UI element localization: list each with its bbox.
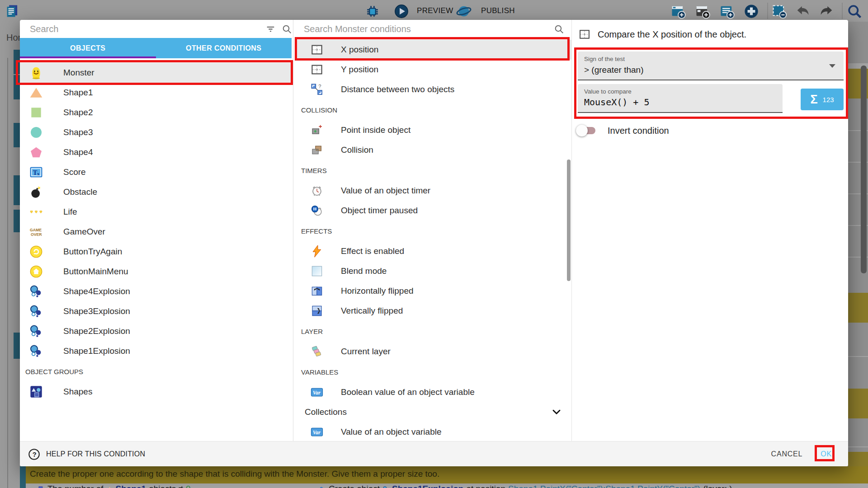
object-row[interactable]: Obstacle <box>20 182 292 202</box>
condition-list-scrollbar[interactable] <box>567 160 571 281</box>
home-tab: Home <box>6 33 20 43</box>
object-row[interactable]: GAMEOVER GameOver <box>20 222 292 242</box>
undo-icon[interactable] <box>795 3 811 19</box>
publish-button[interactable]: PUBLISH <box>481 6 515 15</box>
add-subevent-icon[interactable] <box>694 3 711 19</box>
event-block <box>14 175 20 205</box>
object-row[interactable]: OBJECT GROUPS <box>20 361 292 382</box>
invert-condition-toggle[interactable] <box>577 127 595 134</box>
count-icon <box>38 486 45 488</box>
add-event-icon[interactable] <box>670 3 686 19</box>
condition-row[interactable]: Collections <box>297 402 571 422</box>
project-manager-icon[interactable] <box>5 3 21 19</box>
value-to-compare-input[interactable] <box>584 97 774 108</box>
svg-text:?: ? <box>33 450 37 458</box>
x-position-icon <box>578 28 591 41</box>
event-block <box>14 75 20 99</box>
timer-paused-icon <box>310 204 324 217</box>
add-comment-icon[interactable] <box>719 3 735 19</box>
object-row[interactable]: Shape1Explosion <box>20 341 292 361</box>
create-object-icon <box>319 486 326 488</box>
svg-text:OVER: OVER <box>31 232 42 237</box>
condition-row[interactable]: EFFECTS <box>297 221 571 241</box>
debug-icon[interactable] <box>364 3 381 19</box>
sign-of-test-select[interactable]: Sign of the test > (greater than) <box>578 52 844 80</box>
cancel-button[interactable]: CANCEL <box>771 450 803 458</box>
condition-row[interactable]: Effect is enabled <box>297 241 571 261</box>
object-row[interactable]: Shape2Explosion <box>20 321 292 341</box>
expression-editor-button[interactable]: Σ 123 <box>801 89 844 110</box>
object-row[interactable]: Shape4Explosion <box>20 282 292 301</box>
object-row[interactable]: Shape3 <box>20 122 292 142</box>
condition-row[interactable]: Value of an object timer <box>297 181 571 201</box>
toggle-knob <box>576 125 588 136</box>
select-events-icon[interactable] <box>771 3 788 19</box>
main-menu-icon <box>29 264 43 279</box>
help-link[interactable]: ? HELP FOR THIS CONDITION <box>28 441 145 467</box>
object-row[interactable]: Shape4 <box>20 142 292 162</box>
add-element-icon[interactable] <box>743 3 760 19</box>
redo-icon[interactable] <box>818 3 835 19</box>
filter-list-icon[interactable] <box>265 23 276 35</box>
object-row[interactable]: Tx Score <box>20 162 292 182</box>
toolbar-search-icon[interactable] <box>846 3 863 19</box>
condition-row[interactable]: LAYER <box>297 321 571 342</box>
object-row[interactable]: Shapes <box>20 382 292 402</box>
vflip-icon <box>310 304 324 318</box>
object-row[interactable]: ButtonMainMenu <box>20 262 292 282</box>
condition-search-input[interactable] <box>304 20 539 38</box>
bomb-icon <box>29 185 43 199</box>
comment-block <box>848 293 868 323</box>
object-list: Monster Shape1 Shape2 Shape3 Shape4 Tx S… <box>20 58 292 441</box>
var-icon: Var <box>310 385 324 399</box>
try-again-icon <box>29 244 43 259</box>
condition-title-text: Compare the X position of the object. <box>598 29 746 40</box>
chevron-down-icon <box>551 406 562 418</box>
pentagon-icon <box>29 145 43 160</box>
point-inside-icon <box>310 123 324 137</box>
condition-row[interactable]: Blend mode <box>297 261 571 281</box>
object-row[interactable]: Life <box>20 202 292 222</box>
explosion-icon <box>29 344 43 358</box>
explosion-icon <box>29 284 43 299</box>
object-search-input[interactable] <box>30 20 256 38</box>
condition-row[interactable]: COLLISION <box>297 99 571 120</box>
object-search-bar <box>20 20 292 38</box>
publish-icon[interactable] <box>456 3 472 19</box>
triangle-icon <box>106 486 113 488</box>
ok-button[interactable]: OK <box>821 450 832 458</box>
condition-row[interactable]: TIMERS <box>297 160 571 181</box>
condition-row[interactable]: Var Boolean value of an object variable <box>297 382 571 402</box>
panel-divider <box>293 20 293 441</box>
condition-row[interactable]: ? Distance between two objects <box>297 80 571 99</box>
condition-row[interactable]: Var Value of an object variable <box>297 422 571 441</box>
events-scrollbar[interactable] <box>861 66 867 273</box>
object-row[interactable]: Monster <box>20 63 292 83</box>
condition-row[interactable]: Current layer <box>297 342 571 361</box>
condition-row[interactable]: Horizontally flipped <box>297 281 571 301</box>
object-row[interactable]: Shape1 <box>20 83 292 103</box>
preview-button[interactable]: PREVIEW <box>417 6 453 15</box>
condition-row[interactable]: Y position <box>297 60 571 80</box>
condition-row[interactable]: Object timer paused <box>297 201 571 221</box>
condition-row[interactable]: Collision <box>297 140 571 160</box>
svg-text:x: x <box>37 171 40 176</box>
background-right-strip <box>848 22 868 488</box>
preview-play-icon[interactable] <box>393 3 410 19</box>
condition-row[interactable]: X position <box>297 40 571 60</box>
var-icon: Var <box>310 425 324 439</box>
blend-icon <box>310 264 324 278</box>
object-row[interactable]: ButtonTryAgain <box>20 242 292 262</box>
condition-row[interactable]: Point inside object <box>297 120 571 140</box>
search-icon <box>281 23 292 35</box>
object-row[interactable]: Shape2 <box>20 103 292 122</box>
distance-icon: ? <box>310 83 324 96</box>
tab-objects[interactable]: OBJECTS <box>20 38 156 58</box>
condition-list: X position Y position ? Distance between… <box>297 40 571 441</box>
comment-block <box>848 389 868 418</box>
condition-row[interactable]: VARIABLES <box>297 361 571 382</box>
tab-other-conditions[interactable]: OTHER CONDITIONS <box>156 38 292 58</box>
event-block <box>14 50 20 74</box>
object-row[interactable]: Shape3Explosion <box>20 301 292 321</box>
condition-row[interactable]: Vertically flipped <box>297 301 571 321</box>
